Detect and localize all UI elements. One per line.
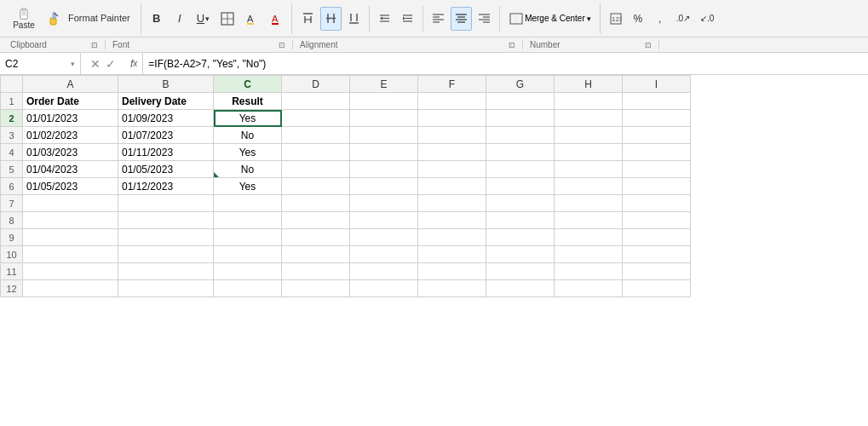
- align-center-button[interactable]: [451, 7, 472, 31]
- cell-a-7[interactable]: [23, 195, 118, 212]
- bold-button[interactable]: B: [147, 7, 167, 31]
- cell-g-5[interactable]: [486, 161, 555, 178]
- cell-b-8[interactable]: [118, 212, 214, 229]
- col-header-i[interactable]: I: [623, 76, 691, 93]
- cell-h-11[interactable]: [555, 263, 623, 280]
- cell-f-3[interactable]: [418, 127, 486, 144]
- row-number-cell[interactable]: 9: [1, 229, 23, 246]
- cell-g-12[interactable]: [486, 280, 555, 297]
- row-number-cell[interactable]: 12: [1, 280, 23, 297]
- cell-g-2[interactable]: [486, 110, 555, 127]
- cell-d-11[interactable]: [282, 263, 350, 280]
- row-number-cell[interactable]: 11: [1, 263, 23, 280]
- cell-c-1[interactable]: Result: [214, 93, 282, 110]
- underline-button[interactable]: U ▾: [193, 7, 214, 31]
- expand-number-button[interactable]: 123: [606, 7, 626, 31]
- cell-h-5[interactable]: [555, 161, 623, 178]
- row-number-cell[interactable]: 6: [1, 178, 23, 195]
- fill-color-button[interactable]: A: [241, 7, 263, 31]
- row-number-cell[interactable]: 1: [1, 93, 23, 110]
- cell-b-6[interactable]: 01/12/2023: [118, 178, 214, 195]
- cell-c-10[interactable]: [214, 246, 282, 263]
- cell-b-9[interactable]: [118, 229, 214, 246]
- cell-h-12[interactable]: [555, 280, 623, 297]
- col-header-g[interactable]: G: [486, 76, 555, 93]
- cell-a-11[interactable]: [23, 263, 118, 280]
- cell-g-1[interactable]: [486, 93, 555, 110]
- cell-f-4[interactable]: [418, 144, 486, 161]
- align-top-button[interactable]: [297, 7, 319, 31]
- font-expand-icon[interactable]: ⊡: [279, 41, 285, 49]
- cell-f-10[interactable]: [418, 246, 486, 263]
- cell-h-2[interactable]: [555, 110, 623, 127]
- cell-d-6[interactable]: [282, 178, 350, 195]
- cell-f-11[interactable]: [418, 263, 486, 280]
- cell-i-4[interactable]: [623, 144, 691, 161]
- cell-e-12[interactable]: [350, 280, 418, 297]
- row-number-cell[interactable]: 7: [1, 195, 23, 212]
- cell-d-12[interactable]: [282, 280, 350, 297]
- underline-dropdown-icon[interactable]: ▾: [205, 14, 210, 23]
- increase-decimal-button[interactable]: .0↗: [672, 7, 694, 31]
- cell-c-8[interactable]: [214, 212, 282, 229]
- cell-g-9[interactable]: [486, 229, 555, 246]
- cell-a-8[interactable]: [23, 212, 118, 229]
- cell-a-5[interactable]: 01/04/2023: [23, 161, 118, 178]
- cell-f-8[interactable]: [418, 212, 486, 229]
- cell-d-4[interactable]: [282, 144, 350, 161]
- cell-e-4[interactable]: [350, 144, 418, 161]
- cell-d-10[interactable]: [282, 246, 350, 263]
- col-header-e[interactable]: E: [350, 76, 418, 93]
- cell-d-7[interactable]: [282, 195, 350, 212]
- cell-h-10[interactable]: [555, 246, 623, 263]
- cell-b-2[interactable]: 01/09/2023: [118, 110, 214, 127]
- cell-g-7[interactable]: [486, 195, 555, 212]
- cell-i-2[interactable]: [623, 110, 691, 127]
- cell-f-9[interactable]: [418, 229, 486, 246]
- cell-d-1[interactable]: [282, 93, 350, 110]
- col-header-f[interactable]: F: [418, 76, 486, 93]
- cell-i-1[interactable]: [623, 93, 691, 110]
- cell-g-11[interactable]: [486, 263, 555, 280]
- row-number-cell[interactable]: 2: [1, 110, 23, 127]
- cell-e-6[interactable]: [350, 178, 418, 195]
- col-header-d[interactable]: D: [282, 76, 350, 93]
- italic-button[interactable]: I: [170, 7, 190, 31]
- decrease-decimal-button[interactable]: ↙.0: [696, 7, 718, 31]
- cell-d-9[interactable]: [282, 229, 350, 246]
- align-middle-button[interactable]: [320, 7, 342, 31]
- col-header-c[interactable]: C: [214, 76, 282, 93]
- formula-input[interactable]: [143, 53, 868, 74]
- cell-c-3[interactable]: No: [214, 127, 282, 144]
- borders-button[interactable]: [216, 7, 239, 31]
- align-right-button[interactable]: [474, 7, 495, 31]
- cell-b-7[interactable]: [118, 195, 214, 212]
- align-bottom-button[interactable]: [343, 7, 365, 31]
- cell-e-9[interactable]: [350, 229, 418, 246]
- cell-i-6[interactable]: [623, 178, 691, 195]
- cell-i-12[interactable]: [623, 280, 691, 297]
- cell-e-8[interactable]: [350, 212, 418, 229]
- comma-button[interactable]: ,: [650, 7, 670, 31]
- row-number-cell[interactable]: 8: [1, 212, 23, 229]
- cell-e-7[interactable]: [350, 195, 418, 212]
- cell-b-12[interactable]: [118, 280, 214, 297]
- cancel-formula-icon[interactable]: ✕: [90, 57, 101, 71]
- cell-a-1[interactable]: Order Date: [23, 93, 118, 110]
- cell-d-5[interactable]: [282, 161, 350, 178]
- cell-i-11[interactable]: [623, 263, 691, 280]
- confirm-formula-icon[interactable]: ✓: [106, 57, 116, 71]
- cell-h-6[interactable]: [555, 178, 623, 195]
- cell-d-2[interactable]: [282, 110, 350, 127]
- cell-c-9[interactable]: [214, 229, 282, 246]
- cell-c-2[interactable]: Yes: [214, 110, 282, 127]
- cell-b-5[interactable]: 01/05/2023: [118, 161, 214, 178]
- cell-b-1[interactable]: Delivery Date: [118, 93, 214, 110]
- cell-g-6[interactable]: [486, 178, 555, 195]
- alignment-expand-icon[interactable]: ⊡: [509, 41, 515, 49]
- indent-decrease-button[interactable]: [374, 7, 395, 31]
- row-number-cell[interactable]: 3: [1, 127, 23, 144]
- format-painter-area[interactable]: Format Painter: [41, 9, 137, 29]
- clipboard-expand-icon[interactable]: ⊡: [91, 41, 98, 49]
- cell-b-3[interactable]: 01/07/2023: [118, 127, 214, 144]
